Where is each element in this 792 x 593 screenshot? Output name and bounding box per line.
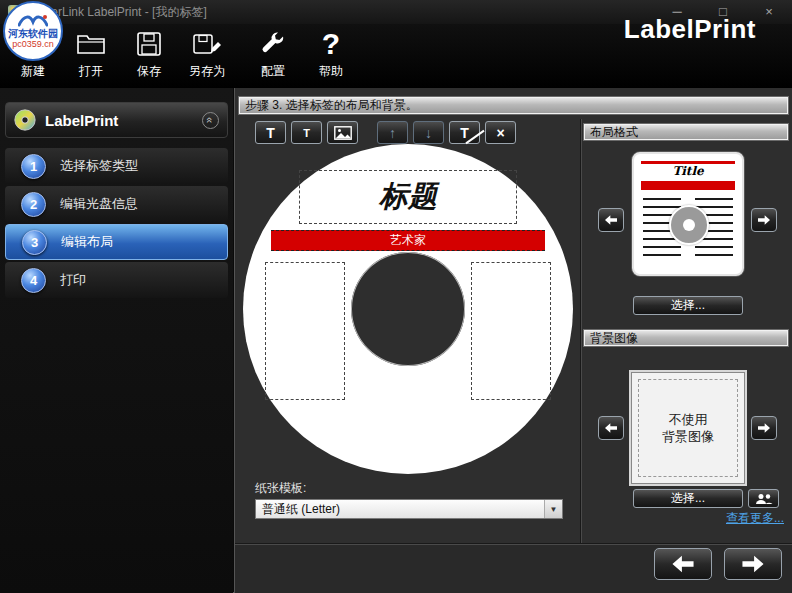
- save-floppy-icon: [136, 26, 162, 62]
- background-none-text-line2: 背景图像: [662, 428, 714, 445]
- configure-button-label: 配置: [261, 63, 285, 80]
- tools-icon: [259, 26, 287, 62]
- panel-divider: [580, 119, 581, 543]
- dropdown-arrow-icon: ▼: [544, 500, 562, 518]
- paper-template-value: 普通纸 (Letter): [262, 501, 340, 518]
- add-text-button[interactable]: T: [255, 121, 286, 144]
- step-label: 编辑光盘信息: [60, 195, 138, 213]
- save-button[interactable]: 保存: [120, 26, 178, 86]
- background-next-button[interactable]: [751, 416, 777, 440]
- background-previous-button[interactable]: [598, 416, 624, 440]
- app-window: CyberLink LabelPrint - [我的标签] ─ □ × 河东软件…: [0, 0, 792, 593]
- save-as-button[interactable]: 另存为: [178, 26, 236, 86]
- disc-tracklist-box-right[interactable]: [471, 262, 551, 400]
- layout-select-button[interactable]: 选择...: [633, 296, 743, 315]
- disc-title-text: 标题: [379, 177, 437, 217]
- layout-preview-card[interactable]: Title: [632, 152, 744, 276]
- arrow-down-icon: ↓: [425, 125, 432, 141]
- layout-preview-title: Title: [634, 164, 742, 178]
- layout-preview-red-bar: [641, 181, 735, 190]
- disc-label-canvas: 标题 艺术家: [243, 144, 573, 474]
- arrow-right-icon: [756, 214, 772, 226]
- arrow-right-icon: [756, 422, 772, 434]
- delete-text-button[interactable]: T: [449, 121, 480, 144]
- background-none-box: 不使用 背景图像: [638, 379, 738, 477]
- delete-object-button[interactable]: ×: [485, 121, 516, 144]
- background-preview-card[interactable]: 不使用 背景图像: [631, 372, 745, 484]
- arrow-left-icon: [603, 422, 619, 434]
- step-label: 打印: [60, 271, 86, 289]
- layout-preview-disc-hub: [669, 205, 709, 245]
- text-icon: T: [266, 125, 275, 141]
- move-up-button[interactable]: ↑: [377, 121, 408, 144]
- collapse-panel-button[interactable]: «: [202, 112, 219, 129]
- sidebar-step-edit-disc-info[interactable]: 2 编辑光盘信息: [5, 186, 228, 222]
- step-number-badge: 3: [22, 230, 47, 255]
- people-icon: [755, 493, 773, 505]
- step-instruction-bar: 步骤 3. 选择标签的布局和背景。: [238, 96, 789, 115]
- layout-next-button[interactable]: [751, 208, 777, 232]
- text-format-button[interactable]: T: [291, 121, 322, 144]
- help-button[interactable]: ? 帮助: [302, 26, 360, 86]
- save-button-label: 保存: [137, 63, 161, 80]
- step-number-badge: 4: [21, 268, 46, 293]
- save-as-button-label: 另存为: [189, 63, 225, 80]
- step-list: 1 选择标签类型 2 编辑光盘信息 3 编辑布局 4 打印: [0, 146, 233, 300]
- open-button[interactable]: 打开: [62, 26, 120, 86]
- open-button-label: 打开: [79, 63, 103, 80]
- edit-toolbar: T T ↑ ↓ T ×: [255, 121, 521, 144]
- arrow-left-icon: [603, 214, 619, 226]
- disc-title-field[interactable]: 标题: [299, 170, 517, 224]
- watermark-url: pc0359.cn: [12, 39, 54, 49]
- big-arrow-right-icon: [738, 554, 768, 574]
- strikethrough-text-icon: T: [460, 125, 469, 141]
- sidebar-header: LabelPrint «: [5, 102, 228, 138]
- small-text-icon: T: [303, 127, 310, 139]
- background-gallery-button[interactable]: [748, 489, 779, 508]
- layout-format-header: 布局格式: [583, 123, 789, 141]
- help-button-label: 帮助: [319, 63, 343, 80]
- sidebar: LabelPrint « 1 选择标签类型 2 编辑光盘信息 3 编辑布局 4 …: [0, 88, 233, 593]
- disc-artist-band[interactable]: 艺术家: [271, 230, 545, 251]
- image-icon: [334, 126, 352, 140]
- sidebar-step-select-label-type[interactable]: 1 选择标签类型: [5, 148, 228, 184]
- background-none-text-line1: 不使用: [669, 411, 708, 428]
- help-question-icon: ?: [322, 26, 340, 62]
- open-folder-icon: [76, 26, 106, 62]
- brand-logo: LabelPrint: [624, 14, 756, 45]
- step-number-badge: 2: [21, 192, 46, 217]
- sidebar-title: LabelPrint: [45, 112, 118, 129]
- new-button-label: 新建: [21, 63, 45, 80]
- previous-step-button[interactable]: [654, 548, 712, 580]
- add-image-button[interactable]: [327, 121, 358, 144]
- paper-template-label: 纸张模板:: [255, 480, 306, 497]
- paper-template-dropdown[interactable]: 普通纸 (Letter) ▼: [255, 499, 563, 519]
- main-area: 步骤 3. 选择标签的布局和背景。 T T ↑ ↓ T × 标题 艺术家: [234, 88, 792, 593]
- configure-button[interactable]: 配置: [244, 26, 302, 86]
- close-x-icon: ×: [496, 125, 504, 141]
- step-label: 编辑布局: [61, 233, 113, 251]
- disc-artist-text: 艺术家: [390, 232, 426, 249]
- step-label: 选择标签类型: [60, 157, 138, 175]
- save-as-icon: [192, 26, 222, 62]
- site-watermark: 河东软件园 pc0359.cn: [3, 1, 63, 61]
- watermark-logo-icon: [18, 14, 48, 27]
- step-number-badge: 1: [21, 154, 46, 179]
- move-down-button[interactable]: ↓: [413, 121, 444, 144]
- watermark-site-name: 河东软件园: [8, 28, 58, 39]
- arrow-up-icon: ↑: [389, 125, 396, 141]
- next-step-button[interactable]: [724, 548, 782, 580]
- sidebar-step-print[interactable]: 4 打印: [5, 262, 228, 298]
- view-more-link[interactable]: 查看更多...: [726, 510, 784, 527]
- disc-tracklist-box-left[interactable]: [265, 262, 345, 400]
- disc-center-hole: [351, 252, 465, 366]
- disc-logo-icon: [13, 108, 37, 132]
- background-select-button[interactable]: 选择...: [633, 489, 743, 508]
- layout-previous-button[interactable]: [598, 208, 624, 232]
- chevron-up-icon: «: [205, 117, 217, 123]
- background-image-header: 背景图像: [583, 329, 789, 347]
- sidebar-step-edit-layout[interactable]: 3 编辑布局: [5, 224, 228, 260]
- big-arrow-left-icon: [668, 554, 698, 574]
